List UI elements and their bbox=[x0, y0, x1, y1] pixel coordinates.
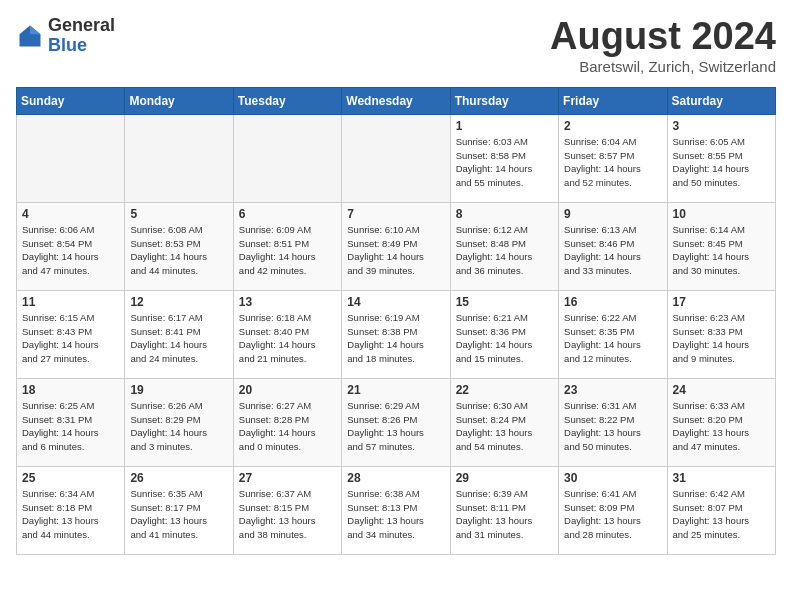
calendar-cell: 21Sunrise: 6:29 AMSunset: 8:26 PMDayligh… bbox=[342, 378, 450, 466]
day-info: Sunrise: 6:14 AMSunset: 8:45 PMDaylight:… bbox=[673, 223, 770, 278]
calendar-cell: 22Sunrise: 6:30 AMSunset: 8:24 PMDayligh… bbox=[450, 378, 558, 466]
day-info: Sunrise: 6:08 AMSunset: 8:53 PMDaylight:… bbox=[130, 223, 227, 278]
weekday-header-friday: Friday bbox=[559, 87, 667, 114]
day-number: 22 bbox=[456, 383, 553, 397]
calendar-cell bbox=[233, 114, 341, 202]
calendar-week-4: 18Sunrise: 6:25 AMSunset: 8:31 PMDayligh… bbox=[17, 378, 776, 466]
calendar-cell: 29Sunrise: 6:39 AMSunset: 8:11 PMDayligh… bbox=[450, 466, 558, 554]
calendar-cell: 31Sunrise: 6:42 AMSunset: 8:07 PMDayligh… bbox=[667, 466, 775, 554]
calendar-week-3: 11Sunrise: 6:15 AMSunset: 8:43 PMDayligh… bbox=[17, 290, 776, 378]
calendar-cell: 13Sunrise: 6:18 AMSunset: 8:40 PMDayligh… bbox=[233, 290, 341, 378]
calendar-cell: 17Sunrise: 6:23 AMSunset: 8:33 PMDayligh… bbox=[667, 290, 775, 378]
day-info: Sunrise: 6:13 AMSunset: 8:46 PMDaylight:… bbox=[564, 223, 661, 278]
calendar-table: SundayMondayTuesdayWednesdayThursdayFrid… bbox=[16, 87, 776, 555]
calendar-cell: 12Sunrise: 6:17 AMSunset: 8:41 PMDayligh… bbox=[125, 290, 233, 378]
calendar-cell bbox=[342, 114, 450, 202]
calendar-cell: 30Sunrise: 6:41 AMSunset: 8:09 PMDayligh… bbox=[559, 466, 667, 554]
day-info: Sunrise: 6:38 AMSunset: 8:13 PMDaylight:… bbox=[347, 487, 444, 542]
day-number: 23 bbox=[564, 383, 661, 397]
weekday-header-wednesday: Wednesday bbox=[342, 87, 450, 114]
logo-blue: Blue bbox=[48, 36, 115, 56]
day-info: Sunrise: 6:39 AMSunset: 8:11 PMDaylight:… bbox=[456, 487, 553, 542]
day-number: 10 bbox=[673, 207, 770, 221]
day-info: Sunrise: 6:21 AMSunset: 8:36 PMDaylight:… bbox=[456, 311, 553, 366]
day-info: Sunrise: 6:27 AMSunset: 8:28 PMDaylight:… bbox=[239, 399, 336, 454]
day-info: Sunrise: 6:30 AMSunset: 8:24 PMDaylight:… bbox=[456, 399, 553, 454]
weekday-header-row: SundayMondayTuesdayWednesdayThursdayFrid… bbox=[17, 87, 776, 114]
day-number: 16 bbox=[564, 295, 661, 309]
logo-icon bbox=[16, 22, 44, 50]
calendar-cell: 26Sunrise: 6:35 AMSunset: 8:17 PMDayligh… bbox=[125, 466, 233, 554]
day-info: Sunrise: 6:37 AMSunset: 8:15 PMDaylight:… bbox=[239, 487, 336, 542]
calendar-cell: 1Sunrise: 6:03 AMSunset: 8:58 PMDaylight… bbox=[450, 114, 558, 202]
calendar-cell: 11Sunrise: 6:15 AMSunset: 8:43 PMDayligh… bbox=[17, 290, 125, 378]
calendar-cell: 3Sunrise: 6:05 AMSunset: 8:55 PMDaylight… bbox=[667, 114, 775, 202]
logo-general: General bbox=[48, 16, 115, 36]
title-month: August 2024 bbox=[550, 16, 776, 58]
day-number: 12 bbox=[130, 295, 227, 309]
calendar-cell: 5Sunrise: 6:08 AMSunset: 8:53 PMDaylight… bbox=[125, 202, 233, 290]
day-number: 9 bbox=[564, 207, 661, 221]
day-info: Sunrise: 6:34 AMSunset: 8:18 PMDaylight:… bbox=[22, 487, 119, 542]
calendar-cell: 25Sunrise: 6:34 AMSunset: 8:18 PMDayligh… bbox=[17, 466, 125, 554]
calendar-cell: 24Sunrise: 6:33 AMSunset: 8:20 PMDayligh… bbox=[667, 378, 775, 466]
svg-marker-1 bbox=[30, 25, 41, 34]
day-number: 19 bbox=[130, 383, 227, 397]
day-info: Sunrise: 6:12 AMSunset: 8:48 PMDaylight:… bbox=[456, 223, 553, 278]
day-number: 14 bbox=[347, 295, 444, 309]
day-info: Sunrise: 6:29 AMSunset: 8:26 PMDaylight:… bbox=[347, 399, 444, 454]
day-number: 6 bbox=[239, 207, 336, 221]
day-number: 2 bbox=[564, 119, 661, 133]
day-info: Sunrise: 6:15 AMSunset: 8:43 PMDaylight:… bbox=[22, 311, 119, 366]
calendar-week-1: 1Sunrise: 6:03 AMSunset: 8:58 PMDaylight… bbox=[17, 114, 776, 202]
calendar-cell: 15Sunrise: 6:21 AMSunset: 8:36 PMDayligh… bbox=[450, 290, 558, 378]
day-number: 11 bbox=[22, 295, 119, 309]
day-number: 31 bbox=[673, 471, 770, 485]
day-info: Sunrise: 6:25 AMSunset: 8:31 PMDaylight:… bbox=[22, 399, 119, 454]
day-number: 15 bbox=[456, 295, 553, 309]
calendar-cell: 4Sunrise: 6:06 AMSunset: 8:54 PMDaylight… bbox=[17, 202, 125, 290]
day-info: Sunrise: 6:35 AMSunset: 8:17 PMDaylight:… bbox=[130, 487, 227, 542]
weekday-header-saturday: Saturday bbox=[667, 87, 775, 114]
calendar-cell: 16Sunrise: 6:22 AMSunset: 8:35 PMDayligh… bbox=[559, 290, 667, 378]
day-number: 28 bbox=[347, 471, 444, 485]
weekday-header-monday: Monday bbox=[125, 87, 233, 114]
calendar-week-2: 4Sunrise: 6:06 AMSunset: 8:54 PMDaylight… bbox=[17, 202, 776, 290]
day-number: 24 bbox=[673, 383, 770, 397]
logo: General Blue bbox=[16, 16, 115, 56]
day-number: 17 bbox=[673, 295, 770, 309]
calendar-cell bbox=[125, 114, 233, 202]
day-number: 30 bbox=[564, 471, 661, 485]
title-block: August 2024 Baretswil, Zurich, Switzerla… bbox=[550, 16, 776, 75]
day-info: Sunrise: 6:42 AMSunset: 8:07 PMDaylight:… bbox=[673, 487, 770, 542]
calendar-cell: 2Sunrise: 6:04 AMSunset: 8:57 PMDaylight… bbox=[559, 114, 667, 202]
day-number: 27 bbox=[239, 471, 336, 485]
day-info: Sunrise: 6:18 AMSunset: 8:40 PMDaylight:… bbox=[239, 311, 336, 366]
day-info: Sunrise: 6:17 AMSunset: 8:41 PMDaylight:… bbox=[130, 311, 227, 366]
logo-text: General Blue bbox=[48, 16, 115, 56]
calendar-cell: 27Sunrise: 6:37 AMSunset: 8:15 PMDayligh… bbox=[233, 466, 341, 554]
day-number: 13 bbox=[239, 295, 336, 309]
calendar-cell: 28Sunrise: 6:38 AMSunset: 8:13 PMDayligh… bbox=[342, 466, 450, 554]
calendar-cell: 19Sunrise: 6:26 AMSunset: 8:29 PMDayligh… bbox=[125, 378, 233, 466]
day-number: 20 bbox=[239, 383, 336, 397]
day-number: 3 bbox=[673, 119, 770, 133]
calendar-cell: 20Sunrise: 6:27 AMSunset: 8:28 PMDayligh… bbox=[233, 378, 341, 466]
calendar-cell: 8Sunrise: 6:12 AMSunset: 8:48 PMDaylight… bbox=[450, 202, 558, 290]
day-number: 25 bbox=[22, 471, 119, 485]
day-info: Sunrise: 6:05 AMSunset: 8:55 PMDaylight:… bbox=[673, 135, 770, 190]
day-number: 21 bbox=[347, 383, 444, 397]
day-info: Sunrise: 6:04 AMSunset: 8:57 PMDaylight:… bbox=[564, 135, 661, 190]
weekday-header-thursday: Thursday bbox=[450, 87, 558, 114]
day-number: 7 bbox=[347, 207, 444, 221]
day-info: Sunrise: 6:09 AMSunset: 8:51 PMDaylight:… bbox=[239, 223, 336, 278]
weekday-header-tuesday: Tuesday bbox=[233, 87, 341, 114]
day-info: Sunrise: 6:19 AMSunset: 8:38 PMDaylight:… bbox=[347, 311, 444, 366]
calendar-cell: 10Sunrise: 6:14 AMSunset: 8:45 PMDayligh… bbox=[667, 202, 775, 290]
day-number: 1 bbox=[456, 119, 553, 133]
day-number: 5 bbox=[130, 207, 227, 221]
day-info: Sunrise: 6:33 AMSunset: 8:20 PMDaylight:… bbox=[673, 399, 770, 454]
day-number: 4 bbox=[22, 207, 119, 221]
calendar-cell: 14Sunrise: 6:19 AMSunset: 8:38 PMDayligh… bbox=[342, 290, 450, 378]
calendar-cell: 23Sunrise: 6:31 AMSunset: 8:22 PMDayligh… bbox=[559, 378, 667, 466]
